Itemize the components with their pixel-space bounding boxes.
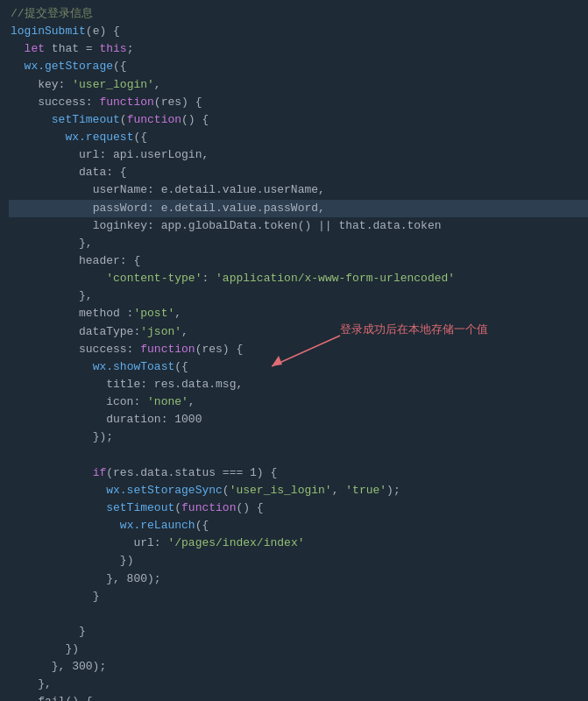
- line-comment: //提交登录信息: [9, 5, 588, 23]
- line-11: passWord: e.detail.value.passWord,: [9, 200, 588, 217]
- line-7: wx.request({: [9, 129, 588, 146]
- line-35: }, 300);: [9, 658, 588, 676]
- line-1: loginSubmit(e) {: [9, 23, 588, 40]
- line-31: }, 800);: [9, 570, 588, 588]
- line-28: wx.reLaunch({: [9, 517, 588, 535]
- line-20: wx.showToast({: [9, 358, 588, 376]
- line-36: },: [9, 676, 588, 693]
- line-13: },: [9, 235, 588, 252]
- line-14: header: {: [9, 252, 588, 270]
- line-23: duration: 1000: [9, 411, 588, 428]
- line-blank2: [9, 605, 588, 623]
- line-37: fail() {: [9, 693, 588, 701]
- line-25: if(res.data.status === 1) {: [9, 464, 588, 482]
- line-8: url: api.userLogin,: [9, 146, 588, 164]
- line-3: wx.getStorage({: [9, 58, 588, 75]
- line-10: userName: e.detail.value.userName,: [9, 181, 588, 199]
- line-34: }): [9, 641, 588, 658]
- line-4: key: 'user_login',: [9, 76, 588, 94]
- code-editor: //提交登录信息 loginSubmit(e) { let that = thi…: [0, 0, 588, 701]
- line-18: dataType:'json',: [9, 323, 588, 341]
- line-5: success: function(res) {: [9, 94, 588, 111]
- line-15: 'content-type': 'application/x-www-form-…: [9, 270, 588, 287]
- line-21: title: res.data.msg,: [9, 376, 588, 393]
- line-9: data: {: [9, 164, 588, 181]
- line-32: }: [9, 588, 588, 605]
- line-19: success: function(res) {: [9, 341, 588, 358]
- line-24: });: [9, 428, 588, 446]
- line-22: icon: 'none',: [9, 393, 588, 411]
- line-27: setTimeout(function() {: [9, 499, 588, 517]
- line-12: loginkey: app.globalData.token() || that…: [9, 217, 588, 235]
- line-17: method :'post',: [9, 305, 588, 322]
- line-29: url: '/pages/index/index': [9, 535, 588, 552]
- line-blank1: [9, 447, 588, 464]
- line-26: wx.setStorageSync('user_is_login', 'true…: [9, 482, 588, 499]
- line-2: let that = this;: [9, 40, 588, 58]
- line-33: }: [9, 623, 588, 641]
- line-6: setTimeout(function() {: [9, 111, 588, 129]
- line-30: }): [9, 552, 588, 570]
- line-16: },: [9, 287, 588, 305]
